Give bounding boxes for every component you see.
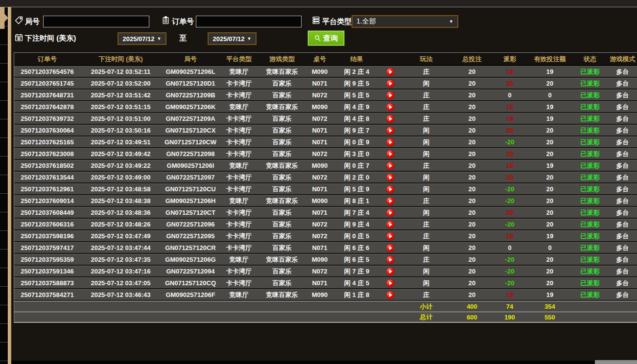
cell-valid-bet: 20	[527, 125, 572, 136]
cell-replay[interactable]	[380, 289, 401, 301]
cell-replay[interactable]	[380, 266, 401, 277]
cell-replay[interactable]	[380, 254, 401, 266]
play-icon[interactable]	[386, 279, 394, 287]
subtotal-total-bet: 400	[452, 301, 492, 312]
cell-bet-option: 闲	[401, 172, 452, 183]
query-button[interactable]: 查询	[308, 31, 344, 46]
table-row: 2507120376428782025-07-12 03:51:15GM0902…	[14, 101, 637, 113]
platform-stack-icon	[312, 16, 320, 24]
table-row: 2507120376129612025-07-12 03:48:58GN0712…	[14, 183, 637, 195]
platform-type-select[interactable]: 1.全部 ▼	[352, 15, 458, 28]
cell-game-type: 百家乐	[258, 90, 306, 101]
play-icon[interactable]	[386, 174, 394, 182]
cell-bet-option: 庄	[401, 113, 452, 125]
cell-replay[interactable]	[380, 78, 401, 90]
cell-table-id: N072	[306, 90, 333, 101]
cell-round-id: GN07225712096	[161, 219, 220, 230]
play-triangle	[389, 234, 392, 238]
cell-valid-bet: 0	[527, 90, 572, 101]
play-icon[interactable]	[386, 162, 394, 170]
cell-replay[interactable]	[380, 113, 401, 125]
table-row: 2507120376090142025-07-12 03:48:38GM0902…	[14, 195, 637, 207]
play-triangle	[389, 164, 392, 168]
cell-round-id: GM0902571206L	[161, 66, 220, 78]
cell-game-mode: 多台	[608, 125, 637, 136]
play-icon[interactable]	[386, 115, 394, 123]
cell-result: 闲 5 庄 9	[333, 183, 380, 195]
play-icon[interactable]	[386, 103, 394, 111]
play-icon[interactable]	[386, 232, 394, 240]
date-to-picker[interactable]: 2025/07/12 ▼	[208, 32, 257, 45]
play-icon[interactable]	[386, 209, 394, 217]
cell-valid-bet: 20	[527, 148, 572, 160]
play-icon[interactable]	[386, 291, 394, 299]
cell-game-type: 竞咪百家乐	[258, 195, 306, 207]
play-icon[interactable]	[386, 197, 394, 205]
order-id-input[interactable]	[196, 16, 302, 27]
scrollbar-fragment[interactable]	[595, 360, 637, 364]
cell-result: 闲 9 庄 5	[333, 78, 380, 90]
cell-replay[interactable]	[380, 125, 401, 136]
cell-payout: 20	[492, 78, 527, 90]
cell-result: 闲 2 庄 0	[333, 172, 380, 183]
play-icon[interactable]	[386, 221, 394, 228]
play-icon[interactable]	[386, 80, 394, 88]
cell-table-id: M090	[306, 289, 333, 301]
cell-platform-type: 卡卡湾厅	[220, 230, 258, 242]
cell-valid-bet: 19	[527, 101, 572, 113]
table-row: 2507120375913462025-07-12 03:47:16GN0722…	[14, 266, 637, 277]
cell-replay[interactable]	[380, 277, 401, 289]
cell-bet-time: 2025-07-12 03:52:00	[80, 78, 161, 90]
cell-game-type: 竞咪百家乐	[258, 160, 306, 172]
cell-replay[interactable]	[380, 148, 401, 160]
cell-replay[interactable]	[380, 90, 401, 101]
cell-replay[interactable]	[380, 242, 401, 254]
cell-replay[interactable]	[380, 219, 401, 230]
play-icon[interactable]	[386, 256, 394, 264]
cell-game-type: 百家乐	[258, 148, 306, 160]
cell-replay[interactable]	[380, 136, 401, 148]
cell-valid-bet: 20	[527, 207, 572, 219]
cell-round-id: GM0902571206I	[161, 160, 220, 172]
play-icon[interactable]	[386, 268, 394, 275]
cell-replay[interactable]	[380, 66, 401, 78]
round-id-input[interactable]	[43, 16, 149, 27]
cell-replay[interactable]	[380, 183, 401, 195]
cell-order-id: 250712037591346	[14, 266, 80, 277]
table-row: 2507120375953592025-07-12 03:47:35GM0902…	[14, 254, 637, 266]
cell-platform-type: 竞咪厅	[220, 101, 258, 113]
cell-replay[interactable]	[380, 160, 401, 172]
cell-replay[interactable]	[380, 195, 401, 207]
cell-game-type: 百家乐	[258, 277, 306, 289]
date-from-picker[interactable]: 2025/07/12 ▼	[118, 32, 166, 45]
cell-status: 已派彩	[572, 207, 608, 219]
cell-platform-type: 竞咪厅	[220, 160, 258, 172]
cell-result: 闲 4 庄 9	[333, 101, 380, 113]
cell-status: 已派彩	[572, 230, 608, 242]
cell-bet-time: 2025-07-12 03:51:15	[80, 101, 161, 113]
cell-valid-bet: 20	[527, 195, 572, 207]
play-icon[interactable]	[386, 127, 394, 135]
play-icon[interactable]	[386, 91, 394, 99]
cell-replay[interactable]	[380, 172, 401, 183]
play-icon[interactable]	[386, 68, 394, 76]
cell-replay[interactable]	[380, 101, 401, 113]
cell-result: 闲 9 庄 4	[333, 219, 380, 230]
cell-order-id: 250712037595359	[14, 254, 80, 266]
play-icon[interactable]	[386, 150, 394, 158]
cell-bet-option: 庄	[401, 195, 452, 207]
cell-game-type: 竞咪百家乐	[258, 254, 306, 266]
play-icon[interactable]	[386, 185, 394, 193]
cell-replay[interactable]	[380, 230, 401, 242]
play-icon[interactable]	[386, 244, 394, 252]
play-icon[interactable]	[386, 138, 394, 146]
cell-status: 已派彩	[572, 148, 608, 160]
cell-bet-time: 2025-07-12 03:51:00	[80, 113, 161, 125]
cell-replay[interactable]	[380, 207, 401, 219]
cell-total-bet: 20	[452, 230, 492, 242]
cell-valid-bet: 19	[527, 113, 572, 125]
cell-round-id: GN0722571209A	[161, 113, 220, 125]
cell-result: 闲 9 庄 7	[333, 125, 380, 136]
cell-table-id: N071	[306, 78, 333, 90]
cell-game-type: 百家乐	[258, 183, 306, 195]
